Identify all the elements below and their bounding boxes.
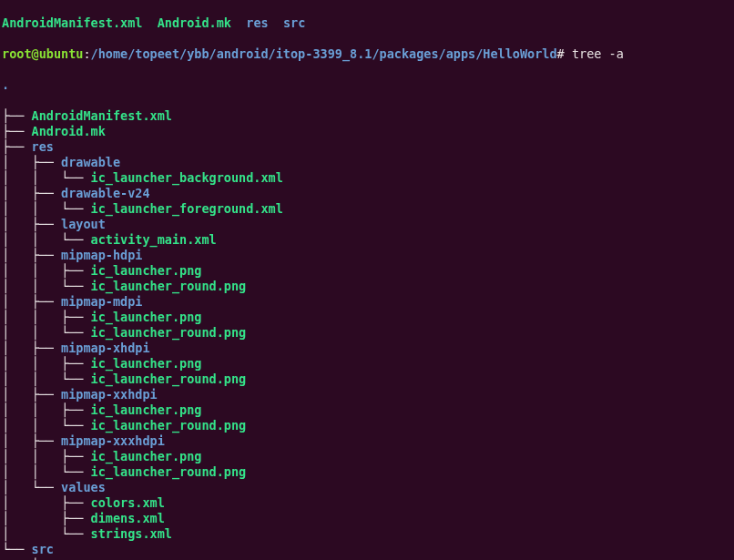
tree-dir: mipmap-mdpi: [61, 294, 142, 309]
tree-file: ic_launcher_round.png: [91, 372, 247, 386]
tree-line: │ │ └── ic_launcher_round.png: [2, 418, 732, 433]
tree-branch: │ │ ├──: [2, 310, 91, 324]
tree-file: ic_launcher.png: [91, 310, 202, 324]
tree-branch: │ ├──: [2, 433, 61, 448]
tree-branch: │ │ └──: [2, 464, 91, 479]
tree-file: ic_launcher.png: [91, 402, 202, 417]
tree-branch: │ │ ├──: [2, 356, 91, 371]
tree-line: │ │ └── ic_launcher_round.png: [2, 279, 732, 294]
tree-file: ic_launcher_foreground.xml: [91, 201, 283, 216]
prompt-user-host: root@ubuntu: [2, 46, 83, 61]
prompt-line: root@ubuntu:/home/topeet/ybb/android/ito…: [2, 46, 732, 62]
tree-dir: mipmap-xhdpi: [61, 341, 150, 355]
ls-output-line: AndroidManifest.xml Android.mk res src: [2, 15, 732, 31]
tree-dir: values: [61, 480, 106, 494]
prompt-symbol: #: [557, 46, 565, 61]
tree-file: Android.mk: [32, 124, 106, 138]
tree-branch: └──: [2, 542, 32, 556]
tree-output: ├── AndroidManifest.xml├── Android.mk├──…: [2, 108, 732, 560]
tree-file: ic_launcher_round.png: [91, 464, 247, 479]
tree-dir: res: [32, 139, 54, 154]
tree-file: colors.xml: [91, 495, 165, 510]
tree-branch: │ ├──: [2, 248, 61, 262]
tree-branch: │ ├──: [2, 186, 61, 200]
tree-line: └── src: [2, 542, 732, 557]
tree-line: │ ├── dimens.xml: [2, 511, 732, 526]
tree-branch: ├──: [2, 108, 32, 123]
tree-line: │ │ └── ic_launcher_background.xml: [2, 170, 732, 186]
tree-line: ├── Android.mk: [2, 124, 732, 139]
tree-branch: │ ├──: [2, 217, 61, 231]
tree-file: ic_launcher_round.png: [91, 418, 247, 433]
tree-branch: │ │ ├──: [2, 263, 91, 278]
tree-line: │ ├── layout: [2, 217, 732, 232]
tree-branch: ├──: [2, 124, 32, 138]
tree-line: │ ├── mipmap-xhdpi: [2, 341, 732, 356]
tree-line: │ ├── mipmap-xxhdpi: [2, 387, 732, 402]
tree-dir: layout: [61, 217, 106, 231]
tree-line: │ │ └── activity_main.xml: [2, 232, 732, 248]
tree-line: │ │ ├── ic_launcher.png: [2, 402, 732, 418]
tree-line: │ ├── colors.xml: [2, 495, 732, 511]
tree-line: │ └── values: [2, 480, 732, 495]
tree-line: │ │ └── ic_launcher_round.png: [2, 372, 732, 387]
tree-file: activity_main.xml: [91, 232, 217, 247]
command-text: tree -a: [572, 46, 624, 61]
tree-line: │ └── strings.xml: [2, 526, 732, 542]
tree-file: ic_launcher_round.png: [91, 279, 247, 293]
tree-line: │ │ └── ic_launcher_foreground.xml: [2, 201, 732, 217]
tree-line: │ ├── drawable-v24: [2, 186, 732, 201]
tree-branch: │ │ └──: [2, 232, 91, 247]
tree-branch: │ │ └──: [2, 201, 91, 216]
ls-item: AndroidManifest.xml: [2, 15, 142, 30]
tree-root: .: [2, 77, 732, 93]
tree-branch: │ │ └──: [2, 325, 91, 340]
tree-branch: │ │ └──: [2, 418, 91, 433]
tree-branch: │ │ └──: [2, 170, 91, 185]
tree-branch: │ │ ├──: [2, 449, 91, 463]
ls-item: res: [246, 15, 268, 30]
tree-line: │ ├── mipmap-hdpi: [2, 248, 732, 263]
ls-item: Android.mk: [158, 15, 231, 30]
tree-branch: │ │ └──: [2, 279, 91, 293]
tree-branch: │ ├──: [2, 495, 91, 510]
tree-file: dimens.xml: [91, 511, 165, 525]
tree-dir: drawable-v24: [61, 186, 150, 200]
prompt-path: /home/topeet/ybb/android/itop-3399_8.1/p…: [91, 46, 557, 61]
tree-branch: │ └──: [2, 480, 61, 494]
tree-dir: drawable: [61, 155, 120, 169]
tree-dir: mipmap-xxhdpi: [61, 387, 158, 402]
tree-file: ic_launcher.png: [91, 356, 202, 371]
tree-branch: │ ├──: [2, 155, 61, 169]
tree-line: ├── res: [2, 139, 732, 155]
tree-branch: ├──: [2, 139, 32, 154]
tree-dir: mipmap-hdpi: [61, 248, 142, 262]
tree-branch: │ ├──: [2, 341, 61, 355]
tree-branch: │ └──: [2, 526, 91, 541]
tree-file: ic_launcher.png: [91, 263, 202, 278]
tree-file: ic_launcher_round.png: [91, 325, 247, 340]
tree-line: │ │ ├── ic_launcher.png: [2, 310, 732, 325]
tree-line: │ ├── drawable: [2, 155, 732, 170]
ls-item: src: [283, 15, 305, 30]
tree-line: │ │ ├── ic_launcher.png: [2, 263, 732, 279]
tree-line: │ ├── mipmap-mdpi: [2, 294, 732, 310]
tree-dir: mipmap-xxxhdpi: [61, 433, 165, 448]
tree-file: strings.xml: [91, 526, 172, 541]
terminal[interactable]: AndroidManifest.xml Android.mk res src r…: [0, 0, 734, 560]
tree-branch: │ │ ├──: [2, 402, 91, 417]
tree-line: │ ├── mipmap-xxxhdpi: [2, 433, 732, 449]
tree-line: │ │ └── ic_launcher_round.png: [2, 464, 732, 480]
tree-line: ├── AndroidManifest.xml: [2, 108, 732, 124]
tree-line: │ │ └── ic_launcher_round.png: [2, 325, 732, 341]
tree-branch: │ │ └──: [2, 372, 91, 386]
tree-branch: │ ├──: [2, 511, 91, 525]
tree-file: ic_launcher_background.xml: [91, 170, 283, 185]
tree-file: AndroidManifest.xml: [32, 108, 172, 123]
tree-branch: │ ├──: [2, 387, 61, 402]
tree-branch: │ ├──: [2, 294, 61, 309]
tree-line: │ │ ├── ic_launcher.png: [2, 449, 732, 464]
tree-dir: src: [32, 542, 54, 556]
tree-line: │ │ ├── ic_launcher.png: [2, 356, 732, 372]
tree-file: ic_launcher.png: [91, 449, 202, 463]
